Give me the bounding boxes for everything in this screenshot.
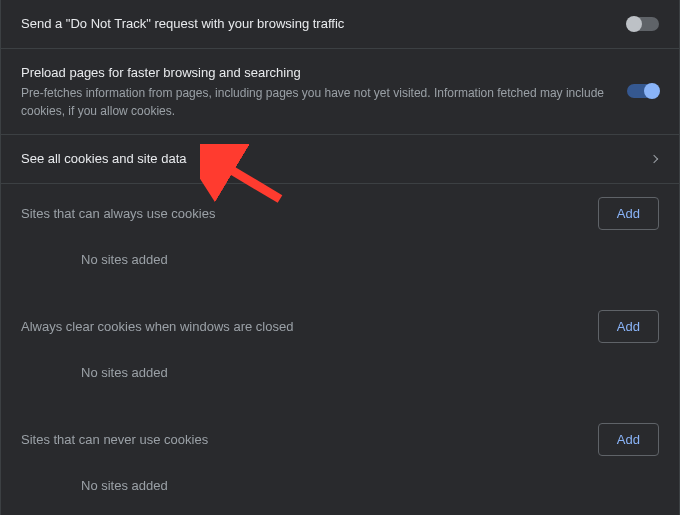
always-use-header: Sites that can always use cookies Add bbox=[21, 194, 659, 234]
dnt-toggle[interactable] bbox=[627, 17, 659, 31]
dnt-row[interactable]: Send a "Do Not Track" request with your … bbox=[1, 0, 679, 49]
never-use-add-button[interactable]: Add bbox=[598, 423, 659, 456]
preload-toggle[interactable] bbox=[627, 84, 659, 98]
chevron-right-icon bbox=[650, 155, 658, 163]
dnt-text: Send a "Do Not Track" request with your … bbox=[21, 14, 627, 34]
toggle-knob-icon bbox=[626, 16, 642, 32]
see-all-cookies-text: See all cookies and site data bbox=[21, 149, 651, 169]
preload-desc: Pre-fetches information from pages, incl… bbox=[21, 84, 607, 120]
dnt-title: Send a "Do Not Track" request with your … bbox=[21, 14, 607, 34]
never-use-section: Sites that can never use cookies Add No … bbox=[1, 410, 679, 516]
never-use-title: Sites that can never use cookies bbox=[21, 432, 208, 447]
always-use-empty: No sites added bbox=[21, 234, 659, 267]
preload-text: Preload pages for faster browsing and se… bbox=[21, 63, 627, 121]
always-use-title: Sites that can always use cookies bbox=[21, 206, 215, 221]
preload-title: Preload pages for faster browsing and se… bbox=[21, 63, 607, 83]
see-all-cookies-row[interactable]: See all cookies and site data bbox=[1, 135, 679, 184]
clear-on-close-add-button[interactable]: Add bbox=[598, 310, 659, 343]
clear-on-close-section: Always clear cookies when windows are cl… bbox=[1, 297, 679, 410]
preload-row[interactable]: Preload pages for faster browsing and se… bbox=[1, 49, 679, 136]
never-use-empty: No sites added bbox=[21, 460, 659, 493]
clear-on-close-header: Always clear cookies when windows are cl… bbox=[21, 307, 659, 347]
see-all-cookies-title: See all cookies and site data bbox=[21, 149, 631, 169]
clear-on-close-title: Always clear cookies when windows are cl… bbox=[21, 319, 293, 334]
always-use-section: Sites that can always use cookies Add No… bbox=[1, 184, 679, 297]
toggle-knob-icon bbox=[644, 83, 660, 99]
never-use-header: Sites that can never use cookies Add bbox=[21, 420, 659, 460]
clear-on-close-empty: No sites added bbox=[21, 347, 659, 380]
always-use-add-button[interactable]: Add bbox=[598, 197, 659, 230]
